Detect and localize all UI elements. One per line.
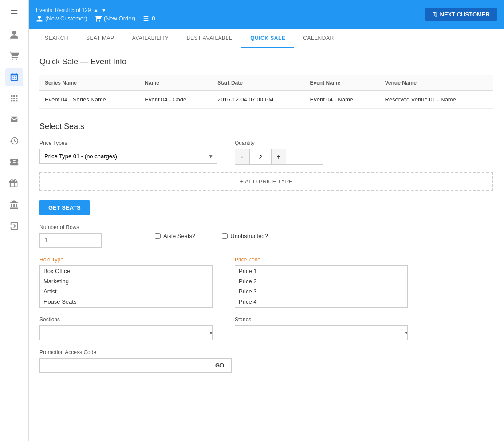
hold-type-item-marketing[interactable]: Marketing [40,276,212,286]
calendar-nav-icon[interactable] [5,68,23,86]
sections-stands-row: Sections ▼ Stands ▼ [39,316,493,340]
number-of-rows-input[interactable] [39,233,102,248]
sections-group: Sections ▼ [39,316,217,340]
table-row: Event 04 - Series Name Event 04 - Code 2… [39,91,493,109]
tab-search[interactable]: SEARCH [36,29,77,48]
cell-venue-name: Reserved Venue 01 - Name [380,91,494,109]
order-action[interactable]: (New Order) [94,15,136,22]
hamburger-menu-icon[interactable]: ☰ [5,4,23,22]
price-zone-item-3[interactable]: Price 3 [235,286,407,297]
promo-input-row: GO [39,358,493,373]
quantity-group: Quantity - + [235,140,323,165]
col-start-date: Start Date [212,75,304,91]
cell-event-name: Event 04 - Name [305,91,380,109]
widgets-icon[interactable] [5,90,23,107]
get-seats-button[interactable]: GET SEATS [39,200,90,215]
topbar-left: Events Result 5 of 129 ▲ ▼ (New Customer… [36,7,155,22]
page-title: Quick Sale — Event Info [39,57,493,66]
chevron-up-icon[interactable]: ▲ [93,7,98,13]
gift-icon[interactable] [5,175,23,192]
promo-input[interactable] [39,358,208,373]
stands-select-wrapper: ▼ [235,325,412,340]
user-icon[interactable] [5,26,23,43]
event-info-table: Series Name Name Start Date Event Name V… [39,75,493,109]
cart-count-action[interactable]: 0 [142,15,155,22]
topbar: Events Result 5 of 129 ▲ ▼ (New Customer… [29,0,504,29]
main-area: Events Result 5 of 129 ▲ ▼ (New Customer… [29,0,504,441]
tab-calendar[interactable]: CALENDAR [294,29,343,48]
unobstructed-group[interactable]: Unobstructed? [222,233,268,239]
price-zone-group: Price Zone Price 1 Price 2 Price 3 Price… [235,257,412,308]
next-customer-label: NEXT CUSTOMER [440,11,490,18]
hold-type-item-box-office[interactable]: Box Office [40,266,212,276]
select-seats-title: Select Seats [39,122,493,131]
col-name: Name [139,75,212,91]
price-zone-item-2[interactable]: Price 2 [235,276,407,286]
sections-label: Sections [39,316,217,323]
hold-type-item-development[interactable]: Development [40,307,212,308]
hold-type-item-house-seats[interactable]: House Seats [40,297,212,307]
hold-type-listbox[interactable]: Box Office Marketing Artist House Seats … [39,265,213,308]
go-button[interactable]: GO [208,358,232,373]
cart-icon[interactable] [5,47,23,65]
options-row: Number of Rows Aisle Seats? Unobstructed… [39,224,493,248]
quantity-input[interactable] [249,149,272,164]
quantity-increase-button[interactable]: + [272,149,286,164]
hold-price-row: Hold Type Box Office Marketing Artist Ho… [39,257,493,308]
price-types-label: Price Types [39,140,217,146]
col-venue-name: Venue Name [380,75,494,91]
order-label: (New Order) [104,15,136,22]
unobstructed-label: Unobstructed? [230,233,268,239]
price-type-select-wrapper: Price Type 01 - (no charges)Price Type 0… [39,149,217,164]
promo-label: Promotion Access Code [39,349,493,355]
chevron-down-icon[interactable]: ▼ [101,7,106,13]
price-type-group: Price Types Price Type 01 - (no charges)… [39,140,217,164]
nav-tabs: SEARCH SEAT MAP AVAILABILITY BEST AVAILA… [29,29,504,48]
number-of-rows-label: Number of Rows [39,224,128,230]
tab-best-available[interactable]: BEST AVAILABLE [178,29,242,48]
hold-type-item-artist[interactable]: Artist [40,286,212,297]
tab-quick-sale[interactable]: QUICK SALE [241,29,294,48]
hold-type-label: Hold Type [39,257,217,263]
price-quantity-row: Price Types Price Type 01 - (no charges)… [39,140,493,165]
price-zone-item-5[interactable]: Price 5 [235,307,407,308]
unobstructed-checkbox[interactable] [222,233,228,239]
cell-name: Event 04 - Code [139,91,212,109]
stands-label: Stands [235,316,412,323]
store-icon[interactable] [5,111,23,129]
sections-select[interactable] [39,325,213,340]
col-event-name: Event Name [305,75,380,91]
sort-icon: ⇅ [433,11,437,18]
sidebar: ☰ [0,0,29,441]
events-link[interactable]: Events [36,7,52,13]
customer-action[interactable]: (New Customer) [36,15,87,22]
breadcrumb: Events Result 5 of 129 ▲ ▼ [36,7,155,13]
aisle-seats-group[interactable]: Aisle Seats? [155,233,195,239]
cart-count: 0 [152,15,155,22]
add-price-type-button[interactable]: + ADD PRICE TYPE [39,172,493,191]
price-type-select[interactable]: Price Type 01 - (no charges)Price Type 0… [39,149,217,164]
history-icon[interactable] [5,132,23,150]
quantity-label: Quantity [235,140,323,146]
cell-start-date: 2016-12-04 07:00 PM [212,91,304,109]
stands-select[interactable] [235,325,408,340]
quantity-control: - + [235,149,323,165]
price-zone-listbox[interactable]: Price 1 Price 2 Price 3 Price 4 Price 5 [235,265,408,308]
col-series-name: Series Name [39,75,139,91]
stands-group: Stands ▼ [235,316,412,340]
aisle-seats-label: Aisle Seats? [163,233,195,239]
tab-availability[interactable]: AVAILABILITY [123,29,178,48]
tab-seat-map[interactable]: SEAT MAP [77,29,123,48]
gift-ticket-icon[interactable] [5,153,23,171]
next-customer-button[interactable]: ⇅ NEXT CUSTOMER [425,8,497,21]
bank-icon[interactable] [5,196,23,214]
number-of-rows-group: Number of Rows [39,224,128,248]
hold-type-listbox-wrapper: Box Office Marketing Artist House Seats … [39,265,217,308]
aisle-seats-checkbox[interactable] [155,233,161,239]
price-zone-item-4[interactable]: Price 4 [235,297,407,307]
price-zone-label: Price Zone [235,257,412,263]
topbar-actions: (New Customer) (New Order) 0 [36,15,155,22]
exit-icon[interactable] [5,217,23,235]
price-zone-item-1[interactable]: Price 1 [235,266,407,276]
quantity-decrease-button[interactable]: - [235,149,249,164]
